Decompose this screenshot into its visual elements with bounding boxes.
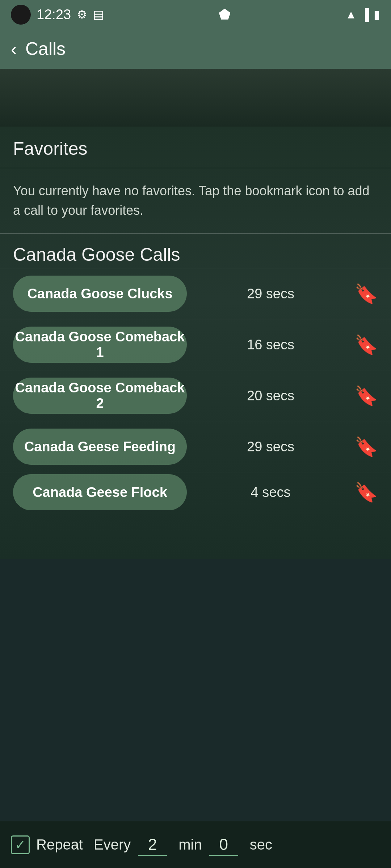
wifi-icon: ▲ — [345, 8, 357, 21]
call-item-2: Canada Goose Comeback 2 20 secs 🔖 — [0, 370, 391, 421]
call-button-3[interactable]: Canada Geese Feeding — [13, 429, 187, 465]
favorites-empty-state: You currently have no favorites. Tap the… — [0, 168, 391, 234]
favorites-empty-text: You currently have no favorites. Tap the… — [13, 183, 370, 218]
bookmark-icon-1[interactable]: 🔖 — [354, 334, 378, 356]
call-item-3: Canada Geese Feeding 29 secs 🔖 — [0, 421, 391, 472]
status-bar: 12:23 ⚙ ▤ ⬟ ▲ ▐ ▮ — [0, 0, 391, 29]
status-time: 12:23 — [37, 7, 71, 22]
call-button-4[interactable]: Canada Geese Flock — [13, 474, 187, 510]
notification-icon: ⬟ — [219, 7, 231, 22]
canada-goose-calls-title: Canada Goose Calls — [13, 244, 180, 265]
bookmark-icon-3[interactable]: 🔖 — [354, 436, 378, 458]
sec-label: sec — [250, 837, 272, 853]
every-label: Every — [94, 837, 131, 853]
minute-input-area — [138, 834, 167, 856]
call-button-text-0: Canada Goose Clucks — [27, 286, 172, 302]
call-duration-1: 16 secs — [196, 337, 346, 353]
repeat-checkbox-area: ✓ Repeat — [11, 835, 83, 854]
call-button-text-1: Canada Goose Comeback 1 — [13, 329, 187, 360]
hero-area — [0, 69, 391, 127]
call-button-2[interactable]: Canada Goose Comeback 2 — [13, 378, 187, 414]
repeat-label: Repeat — [36, 837, 83, 853]
call-button-1[interactable]: Canada Goose Comeback 1 — [13, 327, 187, 363]
app-bar: ‹ Calls — [0, 29, 391, 69]
bookmark-icon-2[interactable]: 🔖 — [354, 385, 378, 407]
favorites-title: Favorites — [13, 139, 88, 159]
call-duration-3: 29 secs — [196, 439, 346, 455]
call-item-4: Canada Geese Flock 4 secs 🔖 — [0, 472, 391, 512]
settings-icon: ⚙ — [77, 8, 87, 21]
status-left: 12:23 ⚙ ▤ — [11, 5, 104, 25]
app-bar-title: Calls — [25, 38, 66, 59]
minute-value-input[interactable] — [142, 835, 163, 854]
second-value-input[interactable] — [213, 835, 235, 854]
call-button-text-4: Canada Geese Flock — [33, 485, 167, 500]
second-input-area — [209, 834, 238, 856]
status-circle — [11, 5, 31, 25]
status-icons: ▲ ▐ ▮ — [345, 8, 380, 21]
checkbox-check-icon: ✓ — [15, 837, 26, 852]
sim-icon: ▤ — [93, 8, 104, 21]
call-duration-2: 20 secs — [196, 388, 346, 404]
call-duration-4: 4 secs — [196, 485, 346, 500]
min-label: min — [178, 837, 202, 853]
bottom-spacer — [0, 512, 391, 559]
call-button-text-2: Canada Goose Comeback 2 — [13, 380, 187, 411]
repeat-bar: ✓ Repeat Every min sec — [0, 821, 391, 868]
content-area: Favorites You currently have no favorite… — [0, 127, 391, 559]
canada-goose-calls-header: Canada Goose Calls — [0, 234, 391, 268]
bookmark-icon-4[interactable]: 🔖 — [354, 481, 378, 503]
repeat-checkbox[interactable]: ✓ — [11, 835, 30, 854]
call-duration-0: 29 secs — [196, 286, 346, 302]
back-button[interactable]: ‹ — [11, 39, 17, 59]
call-button-0[interactable]: Canada Goose Clucks — [13, 276, 187, 312]
signal-icon: ▐ — [361, 8, 369, 21]
bookmark-icon-0[interactable]: 🔖 — [354, 283, 378, 305]
battery-icon: ▮ — [374, 8, 380, 21]
call-item-0: Canada Goose Clucks 29 secs 🔖 — [0, 268, 391, 319]
call-item-1: Canada Goose Comeback 1 16 secs 🔖 — [0, 319, 391, 370]
favorites-header: Favorites — [0, 127, 391, 168]
call-button-text-3: Canada Geese Feeding — [24, 439, 176, 455]
center-icon: ⬟ — [219, 7, 231, 22]
